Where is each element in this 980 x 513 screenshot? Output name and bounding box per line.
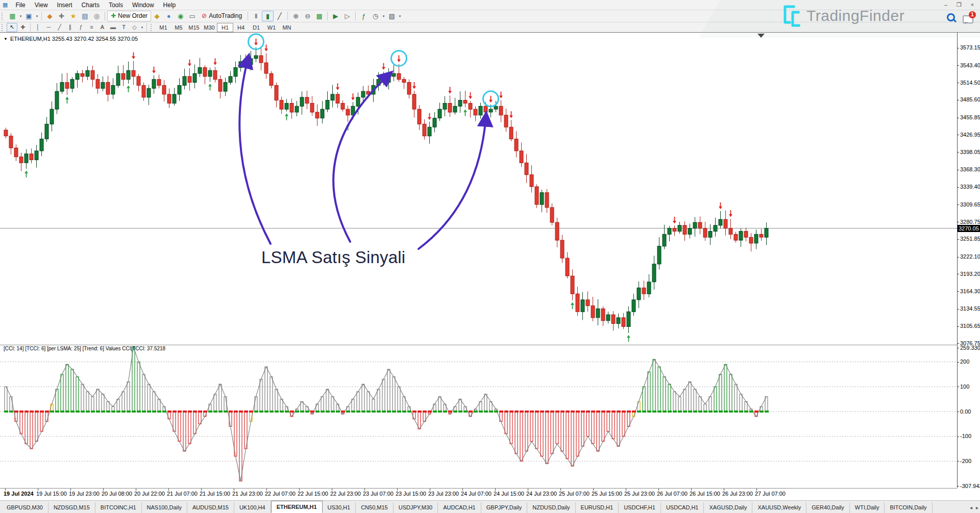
brand-logo-text: TradingFinder	[806, 7, 904, 24]
tab-audusd-m15[interactable]: AUDUSD,M15	[187, 502, 234, 513]
price-label: 3573.15	[960, 44, 980, 50]
price-label: 3426.95	[960, 132, 980, 138]
time-label: 21 Jul 07:00	[167, 491, 198, 497]
price-label: 3105.65	[960, 323, 980, 329]
indicator-tick	[957, 387, 959, 387]
tab-cn50-m15[interactable]: CN50,M15	[356, 502, 394, 513]
indicator-tick	[957, 437, 959, 437]
tab-gbpjpy-daily[interactable]: GBPJPY,Daily	[481, 502, 528, 513]
time-label: 19 Jul 23:00	[69, 491, 100, 497]
indicator-axis-label: -307.943	[960, 483, 980, 489]
indicator-tick	[957, 362, 959, 363]
tab-gbpusd-m30[interactable]: GBPUSD,M30	[2, 502, 48, 513]
time-label: 23 Jul 07:00	[363, 491, 394, 497]
price-label: 3134.55	[960, 305, 980, 312]
time-label: 24 Jul 23:00	[526, 491, 557, 497]
brand-logo: TradingFinder	[780, 4, 904, 28]
tab-nzdsgd-m15[interactable]: NZDSGD,M15	[48, 502, 95, 513]
price-label: 3339.40	[960, 184, 980, 190]
price-label: 3485.60	[960, 96, 980, 102]
tab-bitcoin-daily[interactable]: BITCOIN,Daily	[885, 502, 932, 513]
tab-scroll-left-icon[interactable]: ◂	[970, 505, 972, 510]
time-label: 20 Jul 22:00	[134, 491, 165, 497]
chart-title-text: ETHEREUM,H1 3255.43 3270.42 3254.55 3270…	[10, 36, 138, 42]
price-label: 3222.10	[960, 253, 980, 260]
price-tick	[957, 152, 959, 152]
tab-ger40-daily[interactable]: GER40,Daily	[806, 502, 850, 513]
price-tick	[957, 100, 959, 100]
notification-badge: 1	[969, 11, 976, 18]
tab-us30-h1[interactable]: US30,H1	[323, 502, 356, 513]
time-label: 26 Jul 23:00	[722, 491, 753, 497]
time-label: 26 Jul 15:00	[690, 491, 720, 497]
time-label: 23 Jul 23:00	[428, 491, 459, 497]
price-tick	[957, 274, 959, 274]
price-label: 3455.85	[960, 114, 980, 120]
tab-scroll-right-icon[interactable]: ▸	[976, 505, 978, 510]
symbol-tab-bar: GBPUSD,M30NZDSGD,M15BITCOINC,H1NAS100,Da…	[0, 500, 980, 513]
time-label: 22 Jul 07:00	[265, 491, 296, 497]
price-label: 3398.05	[960, 149, 980, 155]
price-label: 3543.40	[960, 62, 980, 68]
tab-usdjpy-m30[interactable]: USDJPY,M30	[394, 502, 438, 513]
search-icon-handle	[953, 19, 957, 22]
time-label: 27 Jul 07:00	[755, 491, 786, 497]
price-tick	[957, 257, 959, 258]
candlesticks	[4, 47, 768, 334]
tab-ethereum-h1[interactable]: ETHEREUM,H1	[271, 501, 323, 513]
price-label: 3280.75	[960, 219, 980, 225]
price-tick	[957, 170, 959, 170]
chart-title: ▼ ETHEREUM,H1 3255.43 3270.42 3254.55 32…	[4, 36, 138, 42]
price-tick	[957, 309, 959, 310]
price-label: 3309.65	[960, 201, 980, 208]
tab-nzdusd-daily[interactable]: NZDUSD,Daily	[527, 502, 575, 513]
price-tick	[957, 118, 959, 118]
current-price-tag: 3270.05	[958, 225, 980, 232]
price-label: 3368.30	[960, 166, 980, 172]
tab-bitcoinc-h1[interactable]: BITCOINC,H1	[95, 502, 142, 513]
tab-uk100-h4[interactable]: UK100,H4	[234, 502, 271, 513]
price-tick	[957, 83, 959, 83]
price-tick	[957, 65, 959, 66]
price-label: 3514.50	[960, 80, 980, 86]
price-tick	[957, 239, 959, 240]
price-tick	[957, 48, 959, 48]
indicator-header: [CCI: 14] [TCCI: 6] [per LSMA: 25] [Tren…	[4, 346, 165, 351]
indicator-axis-label: 100	[960, 383, 980, 390]
tab-xagusd-daily[interactable]: XAGUSD,Daily	[704, 502, 752, 513]
time-label: 25 Jul 15:00	[592, 491, 622, 497]
panel-splitter[interactable]	[0, 345, 957, 345]
price-tick	[957, 222, 959, 222]
time-label: 21 Jul 15:00	[200, 491, 230, 497]
main-chart-canvas[interactable]	[0, 0, 980, 513]
tab-usdchf-h1[interactable]: USDCHF,H1	[619, 502, 661, 513]
tab-xauusd-weekly[interactable]: XAUUSD,Weekly	[752, 502, 806, 513]
annotation-label: LSMA Satış Sinyali	[261, 248, 405, 267]
indicator-tick	[957, 486, 959, 486]
tab-audcad-h1[interactable]: AUDCAD,H1	[438, 502, 481, 513]
symbol-tabs: GBPUSD,M30NZDSGD,M15BITCOINC,H1NAS100,Da…	[2, 502, 933, 513]
tab-scroll: ◂ ▸	[970, 505, 978, 510]
brand-logo-icon	[780, 4, 801, 28]
indicator-axis-label: 200	[960, 358, 980, 365]
time-label: 19 Jul 15:00	[36, 491, 67, 497]
price-label: 3251.85	[960, 236, 980, 242]
indicator-axis-label: -200	[960, 458, 980, 464]
time-label: 24 Jul 15:00	[494, 491, 524, 497]
tab-usdcad-h1[interactable]: USDCAD,H1	[661, 502, 704, 513]
indicator-axis-label: 0.00	[960, 408, 980, 415]
tab-wti-daily[interactable]: WTI,Daily	[850, 502, 885, 513]
time-label: 23 Jul 15:00	[396, 491, 426, 497]
indicator-tick	[957, 461, 959, 461]
time-label: 22 Jul 23:00	[330, 491, 361, 497]
chart-dropdown-icon[interactable]: ▼	[4, 37, 8, 41]
time-label: 22 Jul 15:00	[298, 491, 328, 497]
tab-nas100-daily[interactable]: NAS100,Daily	[142, 502, 187, 513]
price-tick	[957, 326, 959, 327]
price-tick	[957, 135, 959, 135]
indicator-axis-label: -100	[960, 433, 980, 439]
time-label: 25 Jul 23:00	[624, 491, 655, 497]
indicator-tick	[957, 412, 959, 412]
time-label: 19 Jul 2024	[4, 491, 34, 497]
tab-eurusd-h1[interactable]: EURUSD,H1	[576, 502, 619, 513]
